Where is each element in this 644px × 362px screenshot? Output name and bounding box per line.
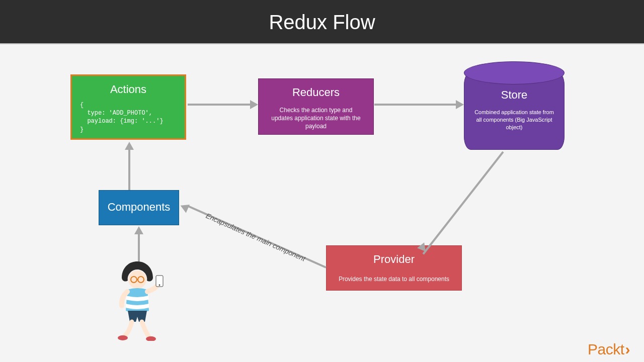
node-provider-desc: Provides the state data to all component… (338, 275, 450, 283)
node-reducers-title: Reducers (271, 86, 361, 99)
arrow-components-actions (128, 150, 130, 190)
node-actions-code: { type: 'ADD_PHOTO', payload: {img: '...… (80, 101, 177, 134)
brand-logo: Packt› (588, 341, 630, 358)
person-phone-icon (110, 260, 165, 341)
node-components-title: Components (104, 201, 174, 214)
arrowhead-provider-components (179, 202, 190, 213)
svg-point-6 (118, 335, 128, 340)
node-components: Components (99, 190, 179, 225)
arrow-actions-reducers (188, 104, 250, 106)
node-provider: Provider Provides the state data to all … (326, 245, 462, 291)
arrowhead-user-components (134, 226, 143, 234)
diagram-canvas: Actions { type: 'ADD_PHOTO', payload: {i… (0, 44, 644, 362)
node-store: Store Combined application state from al… (464, 72, 565, 150)
arrowhead-actions-reducers (250, 100, 258, 109)
arrowhead-components-actions (125, 142, 134, 150)
arrowhead-reducers-store (456, 100, 464, 109)
node-reducers-desc: Checks the action type and updates appli… (271, 106, 361, 131)
node-actions: Actions { type: 'ADD_PHOTO', payload: {i… (70, 74, 186, 140)
node-store-title: Store (473, 88, 555, 102)
edge-label-provider-components: Encapsulates the main component (205, 212, 307, 263)
node-store-desc: Combined application state from all comp… (473, 109, 555, 131)
page-title: Redux Flow (0, 0, 644, 44)
arrow-reducers-store (374, 104, 456, 106)
brand-caret-icon: › (625, 341, 630, 357)
node-provider-title: Provider (338, 253, 450, 266)
svg-point-5 (159, 285, 160, 286)
arrow-user-components (138, 234, 140, 263)
node-reducers: Reducers Checks the action type and upda… (258, 78, 374, 135)
user-illustration (110, 260, 165, 341)
node-actions-title: Actions (80, 83, 177, 96)
brand-text: Packt (588, 341, 624, 357)
arrow-store-provider (423, 151, 504, 255)
